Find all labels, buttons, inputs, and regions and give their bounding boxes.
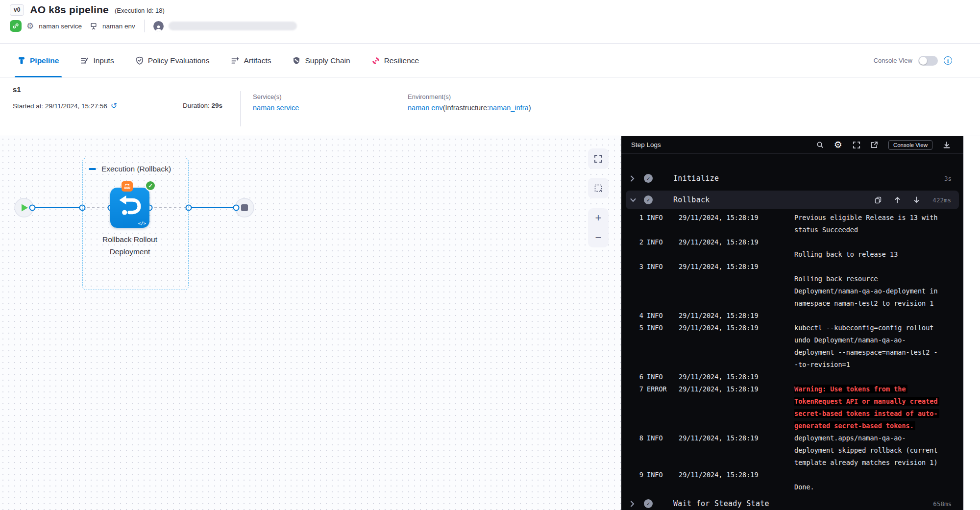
log-line: status Succeeded [621, 223, 963, 236]
zoom-out-button[interactable]: − [588, 228, 609, 247]
title-row: v0 AO k8s pipeline (Execution Id: 18) [10, 4, 165, 16]
environment-icon [90, 22, 98, 30]
success-check-icon: ✓ [644, 174, 653, 183]
rollback-step-node[interactable]: ✓ </> [110, 188, 149, 228]
environment-name[interactable]: naman env [102, 23, 135, 30]
console-view-control: Console View i [874, 44, 952, 77]
log-line: 2INFO29/11/2024, 15:28:19 [621, 236, 963, 248]
tab-label: Pipeline [30, 56, 59, 65]
download-logs-icon[interactable] [943, 141, 951, 149]
meta-row: ⚙ naman service naman env [10, 20, 297, 32]
node-label-line2: Deployment [74, 245, 186, 258]
tab-label: Policy Evaluations [148, 56, 210, 65]
group-label-text: Execution (Rollback) [101, 165, 171, 173]
chevron-right-icon [630, 175, 637, 182]
scroll-to-top-icon[interactable] [894, 196, 901, 203]
console-view-button[interactable]: Console View [888, 140, 932, 150]
search-icon[interactable] [816, 141, 824, 148]
step-duration: 422ms [932, 196, 951, 204]
log-line: 6INFO29/11/2024, 15:28:19 [621, 370, 963, 383]
step-row-wait-for-steady-state[interactable]: ✓ Wait for Steady State 658ms [621, 494, 963, 510]
toggle-knob [919, 57, 927, 65]
tab-label: Artifacts [244, 56, 271, 65]
tab-supply-chain[interactable]: Supply Chain [293, 44, 350, 77]
info-icon[interactable]: i [944, 56, 952, 65]
log-settings-gear-icon[interactable]: ⚙ [834, 140, 842, 149]
tab-policy-evaluations[interactable]: Policy Evaluations [136, 44, 210, 77]
log-line: namespace naman-test2 to revision 1 [621, 297, 963, 309]
step-name: Initialize [673, 174, 719, 183]
rollout-badge-icon [122, 181, 133, 192]
stage-name: s1 [13, 85, 21, 94]
execution-id: (Execution Id: 18) [115, 7, 165, 14]
log-lines: 1INFO29/11/2024, 15:28:19Previous eligib… [621, 211, 963, 493]
log-line: Rolling back resource [621, 272, 963, 285]
right-gutter [963, 136, 980, 510]
started-at: Started at: 29/11/2024, 15:27:56 ↺ [13, 102, 117, 110]
tab-artifacts[interactable]: Artifacts [231, 44, 271, 77]
zoom-in-button[interactable]: + [588, 208, 609, 228]
step-logs-title: Step Logs [631, 141, 661, 148]
open-in-new-icon[interactable] [871, 141, 878, 148]
tab-bar: Pipeline Inputs Policy Evaluations Artif… [0, 43, 980, 77]
tab-inputs[interactable]: Inputs [80, 44, 114, 77]
step-row-rollback[interactable]: ✓ Rollback 422ms [626, 191, 959, 209]
log-line: 5INFO29/11/2024, 15:28:19kubectl --kubec… [621, 321, 963, 334]
environments-label: Environment(s) [408, 93, 531, 100]
marquee-select-button[interactable] [588, 178, 609, 198]
log-line: Done. [621, 481, 963, 493]
console-view-label: Console View [874, 57, 912, 64]
user-avatar [153, 21, 164, 31]
services-column: Service(s) naman service [253, 93, 299, 112]
service-gear-icon: ⚙ [26, 22, 34, 30]
infra-suffix: ) [529, 104, 531, 112]
service-name[interactable]: naman service [39, 23, 82, 30]
fit-to-screen-button[interactable] [588, 148, 609, 169]
tab-resilience[interactable]: Resilience [372, 44, 419, 77]
log-line: deployment skipped rollback (current [621, 444, 963, 456]
tab-label: Inputs [93, 56, 114, 65]
pipeline-icon [18, 56, 25, 65]
tab-pipeline[interactable]: Pipeline [18, 44, 59, 77]
infra-link[interactable]: naman_infra [489, 104, 529, 112]
service-link[interactable]: naman service [253, 104, 299, 112]
console-view-toggle[interactable] [918, 56, 938, 66]
chevron-down-icon [630, 198, 637, 202]
version-badge: v0 [10, 4, 24, 16]
log-line: deployment --namespace=naman-test2 - [621, 346, 963, 358]
page-header: v0 AO k8s pipeline (Execution Id: 18) ⚙ … [0, 0, 980, 43]
log-line: secret-based tokens instead of auto- [621, 407, 963, 419]
step-logs-actions: ⚙ Console View [816, 140, 963, 150]
env-link-text[interactable]: naman env [408, 104, 443, 112]
tab-label: Resilience [384, 56, 419, 65]
stage-info-bar: s1 Started at: 29/11/2024, 15:27:56 ↺ Du… [0, 77, 980, 136]
pipeline-canvas[interactable]: Execution (Rollback) ✓ </> Rollback Roll… [0, 136, 621, 510]
code-glyph: </> [138, 221, 146, 226]
log-line: Deployment/naman-qa-ao-deployment in [621, 285, 963, 297]
log-line: undo Deployment/naman-qa-ao- [621, 334, 963, 346]
rollback-arrow-icon [117, 193, 143, 218]
pipeline-execution-page: v0 AO k8s pipeline (Execution Id: 18) ⚙ … [0, 0, 980, 510]
success-check-icon: ✓ [644, 195, 653, 204]
log-line: Rolling back to release 13 [621, 248, 963, 260]
resilience-icon [372, 57, 380, 65]
execution-history-icon[interactable]: ↺ [111, 102, 117, 110]
environments-column: Environment(s) naman env(Infrastructure:… [408, 93, 531, 112]
supply-chain-icon [293, 56, 300, 65]
inputs-icon [80, 57, 89, 65]
step-logs-panel: Step Logs ⚙ Console View [621, 136, 963, 510]
page-title: AO k8s pipeline [30, 4, 109, 16]
success-check-icon: ✓ [145, 180, 156, 191]
scroll-to-bottom-icon[interactable] [913, 196, 920, 203]
copy-logs-icon[interactable] [875, 196, 882, 204]
redacted-user-email [169, 22, 297, 30]
log-line: 7ERROR29/11/2024, 15:28:19Warning: Use t… [621, 383, 963, 395]
log-line: TokenRequest API or manually created [621, 395, 963, 407]
stage-divider [240, 91, 241, 126]
services-label: Service(s) [253, 93, 299, 100]
environment-link[interactable]: naman env(Infrastructure:naman_infra) [408, 104, 531, 112]
collapse-group-icon[interactable] [89, 168, 96, 170]
step-row-initialize[interactable]: ✓ Initialize 3s [621, 169, 963, 188]
fullscreen-icon[interactable] [853, 141, 860, 149]
tabs: Pipeline Inputs Policy Evaluations Artif… [18, 44, 419, 77]
